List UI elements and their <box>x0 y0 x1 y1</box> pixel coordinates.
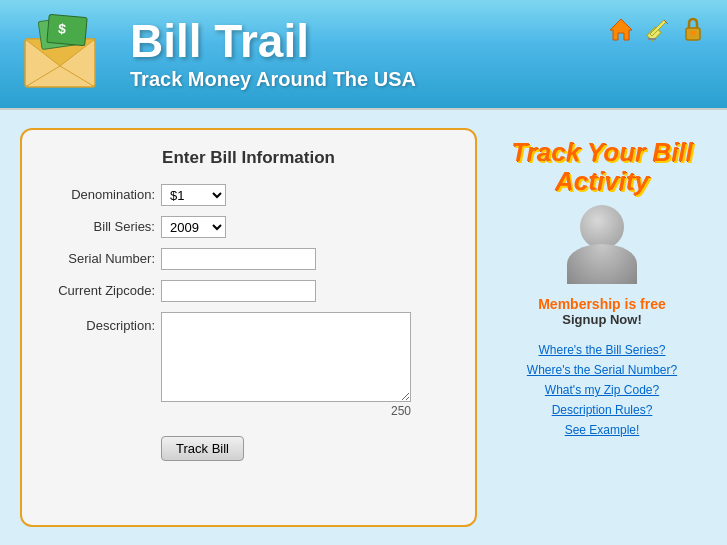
header-text-block: Bill Trail Track Money Around The USA <box>130 18 416 91</box>
header: $ $ Bill Trail Track Money Around The US… <box>0 0 727 110</box>
right-panel: Track Your Bill Activity Membership is f… <box>497 128 707 527</box>
lock-icon[interactable] <box>679 15 707 43</box>
avatar-wrapper <box>567 205 637 284</box>
svg-point-14 <box>691 31 696 36</box>
avatar-head <box>580 205 624 249</box>
bill-series-link[interactable]: Where's the Bill Series? <box>538 343 665 357</box>
description-label: Description: <box>46 312 161 333</box>
app-title: Bill Trail <box>130 18 416 64</box>
char-count: 250 <box>391 404 411 418</box>
svg-rect-12 <box>648 38 656 40</box>
home-icon[interactable] <box>607 15 635 43</box>
avatar-body <box>567 244 637 284</box>
bill-series-select[interactable]: 2001 2003 2004 2006 2009 2013 <box>161 216 226 238</box>
logo-envelope: $ $ <box>20 14 120 94</box>
svg-rect-6 <box>47 14 87 45</box>
svg-text:$: $ <box>57 20 66 37</box>
denomination-label: Denomination: <box>46 184 161 202</box>
description-wrapper: 250 <box>161 312 411 418</box>
signup-text: Signup Now! <box>562 312 641 327</box>
zip-code-link[interactable]: What's my Zip Code? <box>545 383 659 397</box>
avatar-figure <box>567 205 637 284</box>
edit-icon[interactable] <box>643 15 671 43</box>
description-rules-link[interactable]: Description Rules? <box>552 403 653 417</box>
form-panel: Enter Bill Information Denomination: $1 … <box>20 128 477 527</box>
see-example-link[interactable]: See Example! <box>565 423 640 437</box>
svg-marker-8 <box>610 19 632 40</box>
bill-series-row: Bill Series: 2001 2003 2004 2006 2009 20… <box>46 216 451 238</box>
denomination-select[interactable]: $1 $2 $5 $10 $20 $50 $100 <box>161 184 226 206</box>
serial-number-input[interactable] <box>161 248 316 270</box>
main-content: Enter Bill Information Denomination: $1 … <box>0 110 727 545</box>
form-title: Enter Bill Information <box>46 148 451 168</box>
description-row: Description: 250 <box>46 312 451 418</box>
header-icons <box>607 15 707 43</box>
serial-number-row: Serial Number: <box>46 248 451 270</box>
app-subtitle: Track Money Around The USA <box>130 68 416 91</box>
track-bill-button[interactable]: Track Bill <box>161 436 244 461</box>
zipcode-input[interactable] <box>161 280 316 302</box>
bill-series-label: Bill Series: <box>46 216 161 234</box>
description-textarea[interactable] <box>161 312 411 402</box>
serial-number-label: Serial Number: <box>46 248 161 266</box>
denomination-row: Denomination: $1 $2 $5 $10 $20 $50 $100 <box>46 184 451 206</box>
track-your-bill-heading: Track Your Bill Activity <box>511 138 693 195</box>
serial-number-link[interactable]: Where's the Serial Number? <box>527 363 677 377</box>
zipcode-row: Current Zipcode: <box>46 280 451 302</box>
zipcode-label: Current Zipcode: <box>46 280 161 298</box>
membership-text: Membership is free <box>538 296 666 312</box>
